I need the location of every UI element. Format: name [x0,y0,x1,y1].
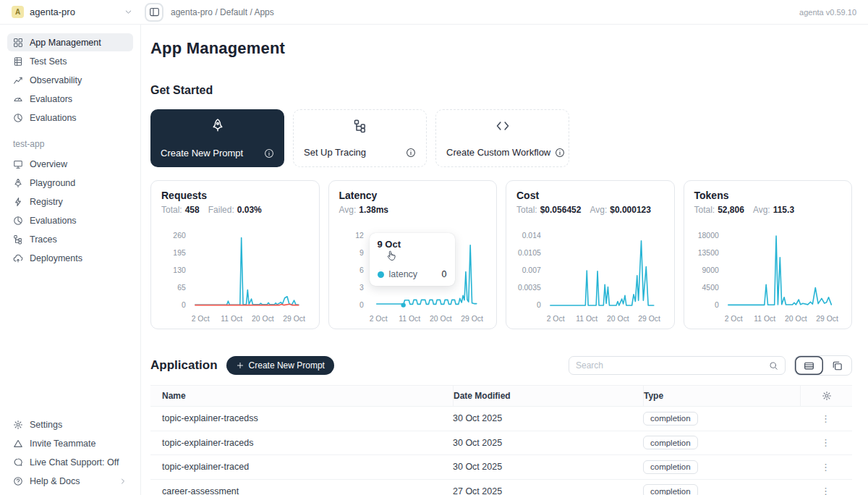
table-row[interactable]: topic-explainer-traced30 Oct 2025complet… [150,455,852,480]
chat-icon [13,457,23,468]
gauge-icon [13,94,23,104]
sidebar-item-label: Registry [30,197,63,207]
page-title: App Management [150,39,852,58]
chevron-right-icon [119,477,127,486]
svg-text:20 Oct: 20 Oct [252,315,274,323]
sidebar-item-label: Evaluations [30,113,77,123]
sidebar-item-evaluators[interactable]: Evaluators [7,90,133,108]
get-started-title: Get Started [150,84,852,97]
kebab-menu-icon[interactable]: ⋮ [821,413,831,424]
evaluations-icon [13,216,23,226]
svg-text:4500: 4500 [702,284,718,292]
info-icon[interactable] [555,148,565,158]
set-up-tracing-card[interactable]: Set Up Tracing [293,109,427,167]
chart-title: Cost [516,190,664,201]
rocket-icon [13,178,23,188]
application-header: Application Create New Prompt [150,355,852,376]
header-date-modified[interactable]: Date Modified [453,386,643,406]
header-type[interactable]: Type [643,386,800,406]
svg-text:0.007: 0.007 [522,266,541,274]
chart-stats: Total:$0.056452Avg:$0.000123 [516,205,664,215]
tooltip-value: 0 [442,269,447,279]
workspace-name: agenta-pro [30,7,75,17]
svg-text:2 Oct: 2 Oct [192,315,210,323]
gear-icon[interactable] [822,391,832,401]
svg-text:195: 195 [173,249,186,257]
sidebar-item-evaluations[interactable]: Evaluations [7,211,133,229]
svg-text:20 Oct: 20 Oct [607,315,629,323]
card-label: Set Up Tracing [304,147,366,158]
sidebar-item-playground[interactable]: Playground [7,174,133,192]
table-view-button[interactable] [795,356,823,375]
sidebar-item-deployments[interactable]: Deployments [7,249,133,267]
get-started-cards: Create New Prompt Set Up Tracing Create … [150,109,852,167]
monitor-icon [13,159,23,169]
date-modified: 27 Oct 2025 [453,480,643,495]
info-icon[interactable] [264,148,274,158]
sidebar-item-evaluations[interactable]: Evaluations [7,109,133,127]
plus-icon [236,361,244,370]
sidebar-item-label: Traces [30,234,57,245]
version-label: agenta v0.59.10 [799,8,856,17]
button-label: Create New Prompt [249,360,325,371]
sidebar-item-live-chat-support-off[interactable]: Live Chat Support: Off [7,453,133,471]
chart-stats: Total:458Failed:0.03% [161,205,309,215]
tree-icon [13,234,23,245]
svg-text:130: 130 [173,266,186,274]
sidebar-item-overview[interactable]: Overview [7,155,133,173]
help-icon [13,476,23,486]
chart-title: Tokens [694,190,842,201]
code-icon [446,119,558,133]
table-row[interactable]: topic-explainer-traceds30 Oct 2025comple… [150,431,852,456]
testsets-icon [13,56,23,67]
app-name: topic-explainer-traceds [150,431,453,455]
charts-row: RequestsTotal:458Failed:0.03%06513019526… [150,180,852,329]
chart-tooltip: 9 Octlatency0 [370,233,455,286]
header-name[interactable]: Name [150,386,453,406]
observability-icon [13,75,23,85]
table-view-icon [804,360,814,371]
grid-icon [13,38,23,48]
svg-text:11 Oct: 11 Oct [754,315,775,323]
card-view-button[interactable] [823,356,851,375]
svg-text:0: 0 [182,301,186,309]
workspace-selector[interactable]: A agenta-pro [12,6,133,18]
create-new-prompt-card[interactable]: Create New Prompt [150,109,284,167]
create-custom-workflow-card[interactable]: Create Custom Workflow [435,109,569,167]
sidebar-item-registry[interactable]: Registry [7,192,133,211]
main-content: App Management Get Started Create New Pr… [141,25,868,495]
sidebar-item-settings[interactable]: Settings [7,415,133,433]
search-icon [769,361,778,371]
chart-card-cost: CostTotal:$0.056452Avg:$0.00012300.00350… [506,180,675,329]
sidebar-item-test-sets[interactable]: Test Sets [7,52,133,70]
create-new-prompt-button[interactable]: Create New Prompt [226,356,334,375]
app-name: topic-explainer-traced [150,455,453,479]
svg-text:9000: 9000 [702,266,718,274]
kebab-menu-icon[interactable]: ⋮ [821,462,831,473]
svg-text:11 Oct: 11 Oct [221,315,242,323]
type-badge: completion [643,460,698,474]
search-input[interactable] [576,360,769,371]
date-modified: 30 Oct 2025 [453,407,643,431]
table-row[interactable]: career-assessment27 Oct 2025completion⋮ [150,480,852,495]
sidebar-item-label: Deployments [30,253,82,263]
sidebar-item-app-management[interactable]: App Management [7,33,133,51]
sidebar-item-help-docs[interactable]: Help & Docs [7,472,133,490]
sidebar-item-invite-teammate[interactable]: Invite Teammate [7,434,133,452]
kebab-menu-icon[interactable]: ⋮ [821,486,831,495]
svg-text:9: 9 [359,249,363,257]
sidebar-item-traces[interactable]: Traces [7,230,133,248]
chart-card-tokens: TokensTotal:52,806Avg:115.30450090001350… [684,180,853,329]
date-modified: 30 Oct 2025 [453,455,643,479]
sidebar-item-observability[interactable]: Observability [7,71,133,89]
sidebar-toggle-button[interactable] [145,3,163,22]
kebab-menu-icon[interactable]: ⋮ [821,437,831,448]
table-row[interactable]: topic-explainer-tracedss30 Oct 2025compl… [150,407,852,431]
info-icon[interactable] [406,148,416,158]
svg-text:11 Oct: 11 Oct [399,315,420,323]
chart-card-requests: RequestsTotal:458Failed:0.03%06513019526… [150,180,320,329]
chart-plot-requests: 0651301952602 Oct11 Oct20 Oct29 Oct [161,220,309,326]
card-view-icon [832,360,843,371]
workspace-avatar: A [12,6,24,18]
svg-text:20 Oct: 20 Oct [430,315,452,323]
